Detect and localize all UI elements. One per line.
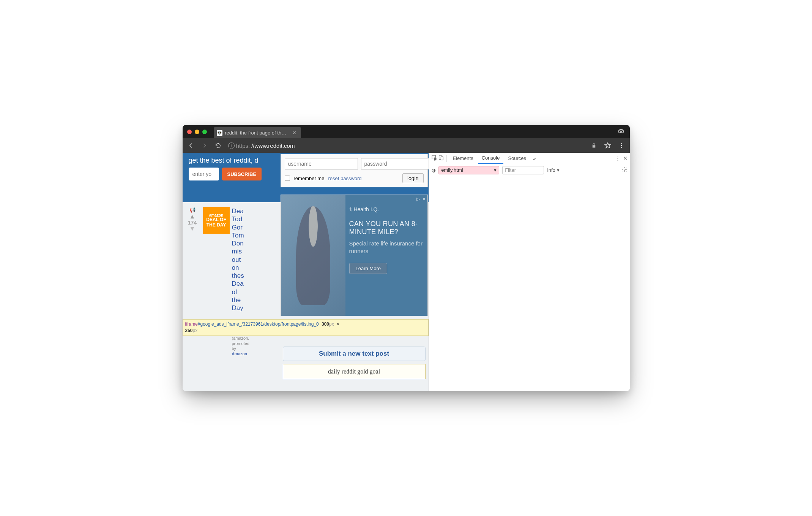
tooltip-id: #google_ads_iframe_/32173961/desktop/fro… xyxy=(198,321,319,327)
post-title-link[interactable]: DeaTodGorTomDonmisoutonthesDeaoftheDay xyxy=(232,207,244,312)
context-selector[interactable]: emily.html ▾ xyxy=(438,166,499,174)
ad-subtext: Special rate life insurance for runners xyxy=(349,240,423,255)
email-input[interactable] xyxy=(189,168,219,180)
browser-tab[interactable]: 👽 reddit: the front page of the in ✕ xyxy=(214,127,301,138)
devtools-tabs: Elements Console Sources » ⋮ ✕ xyxy=(429,153,630,164)
device-icon[interactable] xyxy=(438,155,444,162)
tab-elements[interactable]: Elements xyxy=(449,153,477,164)
saved-password-icon[interactable] xyxy=(589,140,599,151)
chevron-down-icon: ▾ xyxy=(494,167,497,173)
ad-controls[interactable]: ▷✕ xyxy=(416,196,426,202)
reset-password-link[interactable]: reset password xyxy=(328,176,361,181)
reload-button[interactable] xyxy=(213,140,224,151)
post-meta: (amazon. promoted by Amazon xyxy=(232,336,279,357)
url-text: //www.reddit.com xyxy=(251,142,295,149)
log-level-select[interactable]: Info ▾ xyxy=(547,167,560,173)
ad-copy: ⚕ Health I.Q. CAN YOU RUN AN 8-MINUTE MI… xyxy=(349,206,423,274)
context-value: emily.html xyxy=(441,167,463,173)
close-window-icon[interactable] xyxy=(187,130,192,134)
remember-checkbox[interactable] xyxy=(285,176,290,181)
menu-icon[interactable] xyxy=(616,140,627,151)
upvote-icon[interactable]: ▲ xyxy=(189,214,196,220)
incognito-icon xyxy=(617,127,625,137)
ad-headline: CAN YOU RUN AN 8-MINUTE MILE? xyxy=(349,220,423,236)
site-info-icon[interactable]: i xyxy=(228,142,235,149)
browser-window: 👽 reddit: the front page of the in ✕ i h… xyxy=(183,125,630,391)
address-bar: i https://www.reddit.com xyxy=(183,138,630,153)
devtools-menu-icon[interactable]: ⋮ xyxy=(615,155,620,161)
devtools-close-icon[interactable]: ✕ xyxy=(623,155,628,161)
subscribe-button[interactable]: SUBSCRIBE xyxy=(222,168,262,180)
window-controls xyxy=(187,130,207,134)
post-thumbnail[interactable]: amazon DEAL OF THE DAY xyxy=(203,207,230,234)
favicon-icon: 👽 xyxy=(217,130,223,136)
ad-close-icon[interactable]: ✕ xyxy=(422,196,426,202)
inspect-icon[interactable] xyxy=(431,155,437,162)
url-protocol: https: xyxy=(236,142,250,149)
downvote-icon[interactable]: ▼ xyxy=(189,226,196,232)
forward-button[interactable] xyxy=(199,140,210,151)
ad-cta-button[interactable]: Learn More xyxy=(349,263,387,274)
omnibox[interactable]: i https://www.reddit.com xyxy=(227,140,586,151)
bookmark-icon[interactable] xyxy=(602,140,613,151)
post-score: 174 xyxy=(188,220,197,226)
svg-point-1 xyxy=(621,131,623,133)
console-toolbar: ◑ emily.html ▾ Filter Info ▾ xyxy=(429,164,630,176)
svg-point-4 xyxy=(621,147,622,148)
content-area: get the best of reddit, d SUBSCRIBE reme… xyxy=(183,153,630,391)
tooltip-width: 300 xyxy=(322,321,329,327)
remember-label: remember me xyxy=(294,176,325,181)
ad-brand: ⚕ Health I.Q. xyxy=(349,206,423,212)
close-tab-icon[interactable]: ✕ xyxy=(292,130,296,136)
tooltip-height: 250 xyxy=(185,328,193,333)
tab-sources[interactable]: Sources xyxy=(504,153,530,164)
svg-point-0 xyxy=(618,131,621,133)
gold-goal-box: daily reddit gold goal xyxy=(283,364,426,379)
megaphone-icon: 📢 xyxy=(189,207,196,213)
chevron-down-icon: ▾ xyxy=(557,167,560,173)
tab-title: reddit: the front page of the in xyxy=(225,130,288,136)
username-input[interactable] xyxy=(285,158,358,169)
eye-icon[interactable]: ◑ xyxy=(432,166,436,174)
devtools-panel: Elements Console Sources » ⋮ ✕ ◑ emily.h… xyxy=(429,153,630,391)
reddit-page: get the best of reddit, d SUBSCRIBE reme… xyxy=(183,153,429,391)
settings-icon[interactable] xyxy=(622,167,628,174)
ad-iframe[interactable]: ▷✕ ⚕ Health I.Q. CAN YOU RUN AN 8-MINUTE… xyxy=(281,195,428,316)
tab-console[interactable]: Console xyxy=(478,153,504,164)
post-listing: 📢 ▲ 174 ▼ amazon DEAL OF THE DAY DeaTodG… xyxy=(183,204,281,360)
submit-text-post-button[interactable]: Submit a new text post xyxy=(283,347,426,361)
maximize-window-icon[interactable] xyxy=(202,130,207,134)
more-tabs-icon[interactable]: » xyxy=(531,155,538,161)
svg-point-3 xyxy=(621,145,622,146)
element-tooltip: iframe#google_ads_iframe_/32173961/deskt… xyxy=(183,319,429,336)
adchoices-icon[interactable]: ▷ xyxy=(416,196,420,202)
svg-point-8 xyxy=(624,169,625,170)
login-form: remember me reset password login xyxy=(281,154,428,187)
minimize-window-icon[interactable] xyxy=(195,130,199,134)
filter-input[interactable]: Filter xyxy=(502,166,544,174)
back-button[interactable] xyxy=(186,140,196,151)
titlebar: 👽 reddit: the front page of the in ✕ xyxy=(183,125,630,138)
ad-image xyxy=(281,195,345,316)
password-input[interactable] xyxy=(361,158,429,169)
svg-rect-7 xyxy=(441,157,443,160)
login-button[interactable]: login xyxy=(402,173,424,183)
svg-point-2 xyxy=(621,143,622,144)
tooltip-tag: iframe xyxy=(185,321,198,327)
